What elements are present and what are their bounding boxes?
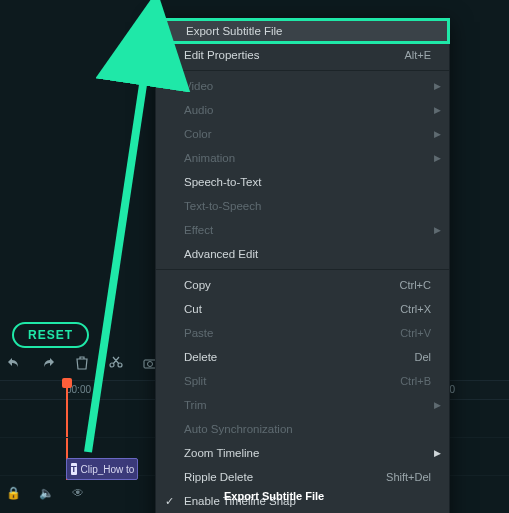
menu-item-label: Ripple Delete [184, 471, 253, 483]
lock-icon[interactable]: 🔒 [6, 486, 21, 500]
menu-item-cut[interactable]: CutCtrl+X [156, 297, 449, 321]
menu-item-label: Video [184, 80, 213, 92]
menu-item-label: Trim [184, 399, 207, 411]
eye-icon[interactable]: 👁 [72, 486, 84, 500]
menu-item-label: Split [184, 375, 206, 387]
menu-item-text-to-speech: Text-to-Speech [156, 194, 449, 218]
menu-item-ripple-delete[interactable]: Ripple DeleteShift+Del [156, 465, 449, 489]
menu-shortcut: Ctrl+B [400, 375, 431, 387]
menu-item-advanced-edit[interactable]: Advanced Edit [156, 242, 449, 266]
menu-separator [156, 70, 449, 71]
menu-shortcut: Ctrl+C [400, 279, 431, 291]
menu-item-zoom-timeline[interactable]: Zoom Timeline▶ [156, 441, 449, 465]
check-icon: ✓ [165, 495, 174, 508]
menu-separator [156, 269, 449, 270]
menu-item-edit-properties[interactable]: Edit PropertiesAlt+E [156, 43, 449, 67]
chevron-right-icon: ▶ [434, 105, 441, 115]
menu-item-audio: Audio▶ [156, 98, 449, 122]
menu-item-label: Paste [184, 327, 213, 339]
menu-item-animation: Animation▶ [156, 146, 449, 170]
menu-shortcut: Ctrl+V [400, 327, 431, 339]
menu-item-label: Audio [184, 104, 213, 116]
menu-shortcut: Ctrl+X [400, 303, 431, 315]
menu-item-label: Edit Properties [184, 49, 259, 61]
menu-item-label: Speech-to-Text [184, 176, 261, 188]
svg-point-1 [148, 362, 153, 367]
chevron-right-icon: ▶ [434, 448, 441, 458]
menu-item-trim: Trim▶ [156, 393, 449, 417]
tooltip: Export Subtitle File [224, 490, 324, 502]
menu-item-label: Zoom Timeline [184, 447, 259, 459]
menu-item-effect: Effect▶ [156, 218, 449, 242]
menu-item-label: Color [184, 128, 211, 140]
undo-icon[interactable] [6, 355, 22, 371]
menu-shortcut: Del [414, 351, 431, 363]
menu-shortcut: Shift+Del [386, 471, 431, 483]
menu-item-label: Auto Synchronization [184, 423, 293, 435]
menu-item-export-subtitle-file[interactable]: Export Subtitle File [156, 19, 449, 43]
menu-shortcut: Alt+E [404, 49, 431, 61]
menu-item-delete[interactable]: DeleteDel [156, 345, 449, 369]
menu-item-video: Video▶ [156, 74, 449, 98]
menu-item-label: Advanced Edit [184, 248, 258, 260]
menu-item-label: Copy [184, 279, 211, 291]
reset-button[interactable]: RESET [12, 322, 89, 348]
mute-icon[interactable]: 🔈 [39, 486, 54, 500]
chevron-right-icon: ▶ [434, 225, 441, 235]
menu-item-split: SplitCtrl+B [156, 369, 449, 393]
menu-item-speech-to-text[interactable]: Speech-to-Text [156, 170, 449, 194]
chevron-right-icon: ▶ [434, 400, 441, 410]
trash-icon[interactable] [74, 355, 90, 371]
menu-item-copy[interactable]: CopyCtrl+C [156, 273, 449, 297]
context-menu: Export Subtitle FileEdit PropertiesAlt+E… [155, 18, 450, 513]
menu-item-label: Delete [184, 351, 217, 363]
clip-title[interactable]: Clip_How to B [66, 458, 138, 480]
clip-label: Clip_How to B [81, 464, 139, 475]
chevron-right-icon: ▶ [434, 129, 441, 139]
timeline-toolbar [6, 355, 158, 371]
menu-item-paste: PasteCtrl+V [156, 321, 449, 345]
menu-item-label: Text-to-Speech [184, 200, 261, 212]
menu-item-label: Export Subtitle File [186, 25, 283, 37]
menu-item-label: Animation [184, 152, 235, 164]
cut-icon[interactable] [108, 355, 124, 371]
track-controls: 🔒 🔈 👁 [6, 486, 84, 500]
redo-icon[interactable] [40, 355, 56, 371]
chevron-right-icon: ▶ [434, 153, 441, 163]
chevron-right-icon: ▶ [434, 81, 441, 91]
menu-item-label: Effect [184, 224, 213, 236]
menu-item-auto-synchronization: Auto Synchronization [156, 417, 449, 441]
menu-item-label: Cut [184, 303, 202, 315]
menu-item-color: Color▶ [156, 122, 449, 146]
